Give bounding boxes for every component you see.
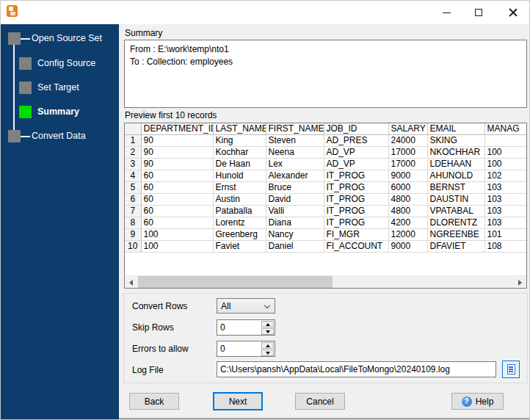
table-cell: Hunold [213, 170, 266, 181]
step-connector-vertical-line [13, 45, 15, 131]
table-cell: Pataballa [213, 205, 266, 217]
table-cell: Austin [213, 193, 266, 205]
app-icon-arrow-glyph [10, 12, 15, 15]
row-number-cell: 5 [125, 181, 141, 193]
table-cell: 17000 [388, 158, 427, 170]
log-file-browse-button[interactable] [502, 361, 520, 378]
table-cell: 108 [484, 240, 526, 252]
table-row: 560ErnstBruceIT_PROG6000BERNST103 [125, 181, 526, 193]
step-label: Config Source [37, 58, 95, 68]
table-cell: 12000 [388, 228, 427, 240]
table-cell: 6000 [388, 181, 427, 193]
step-label: Summary [37, 106, 79, 117]
arrow-up-icon [266, 344, 270, 347]
column-header: LAST_NAME [213, 123, 266, 134]
table-cell: Daniel [266, 240, 324, 252]
table-cell: Diana [266, 217, 324, 228]
errors-to-allow-spinner[interactable]: 0 [217, 341, 275, 357]
table-cell: 101 [484, 228, 526, 240]
table-cell: 60 [141, 181, 213, 193]
options-group: Convert Rows All Skip Rows 0 Errors to a… [123, 293, 528, 383]
back-button[interactable]: Back [129, 393, 179, 410]
table-cell: BERNST [427, 181, 484, 193]
table-cell: Lex [266, 158, 324, 170]
chevron-left-icon [129, 280, 133, 286]
arrow-down-icon [266, 330, 270, 333]
table-cell: Lorentz [213, 217, 266, 228]
column-header: DEPARTMENT_ID [141, 123, 213, 134]
minimize-icon [443, 12, 451, 13]
cancel-button[interactable]: Cancel [295, 393, 345, 410]
summary-to-line: To : Collection: employees [130, 56, 521, 68]
table-cell: 103 [484, 205, 526, 217]
table-cell: 102 [484, 170, 526, 181]
table-cell: NKOCHHAR [427, 146, 484, 158]
table-cell: DAUSTIN [427, 193, 484, 205]
table-cell: 90 [141, 158, 213, 170]
table-cell: 90 [141, 146, 213, 158]
help-button[interactable]: ? Help [451, 393, 504, 410]
row-number-cell: 9 [125, 228, 141, 240]
scroll-right-button[interactable] [514, 276, 526, 289]
row-number-cell: 8 [125, 217, 141, 228]
help-button-label: Help [476, 397, 494, 407]
table-row: 190KingStevenAD_PRES24000SKING [125, 134, 526, 146]
table-cell: 103 [484, 217, 526, 228]
table-cell: FI_ACCOUNT [324, 240, 388, 252]
skip-rows-up-button[interactable] [261, 321, 274, 327]
convert-rows-select[interactable]: All [217, 298, 275, 314]
table-cell: 100 [484, 146, 526, 158]
table-row: 860LorentzDianaIT_PROG4200DLORENTZ103 [125, 217, 526, 228]
table-cell: 9000 [388, 170, 427, 181]
wizard-steps-sidebar: Open Source SetConfig SourceSet TargetSu… [1, 24, 119, 420]
scroll-left-button[interactable] [125, 276, 137, 289]
table-cell: IT_PROG [324, 217, 388, 228]
row-number-cell: 3 [125, 158, 141, 170]
skip-rows-down-button[interactable] [261, 328, 274, 335]
log-file-input[interactable] [217, 361, 496, 377]
table-row: 660AustinDavidIT_PROG4800DAUSTIN103 [125, 193, 526, 205]
table-cell: 103 [484, 181, 526, 193]
preview-table: DEPARTMENT_IDLAST_NAMEFIRST_NAMEJOB_IDSA… [124, 123, 527, 289]
table-row: 290KochharNeenaAD_VP17000NKOCHHAR100 [125, 146, 526, 158]
maximize-button[interactable] [471, 5, 488, 20]
table-cell: 60 [141, 170, 213, 181]
table-cell: IT_PROG [324, 205, 388, 217]
horizontal-scrollbar[interactable] [125, 275, 526, 288]
step-marker-square [19, 106, 32, 118]
table-cell: Greenberg [213, 228, 266, 240]
app-icon [7, 5, 18, 17]
table-cell: 4800 [388, 193, 427, 205]
table-cell [484, 134, 526, 146]
table-cell: LDEHAAN [427, 158, 484, 170]
table-cell: Kochhar [213, 146, 266, 158]
table-cell: Valli [266, 205, 324, 217]
scrollbar-thumb[interactable] [138, 276, 333, 289]
table-cell: IT_PROG [324, 193, 388, 205]
errors-to-allow-label: Errors to allow [132, 344, 189, 354]
table-cell: 17000 [388, 146, 427, 158]
convert-rows-value: All [221, 301, 230, 311]
close-button[interactable] [504, 5, 522, 20]
minimize-button[interactable] [438, 5, 456, 20]
errors-to-allow-value[interactable]: 0 [220, 344, 225, 354]
table-cell: VPATABAL [427, 205, 484, 217]
skip-rows-value[interactable]: 0 [220, 322, 225, 333]
table-cell: 4800 [388, 205, 427, 217]
preview-section-label: Preview first 10 records [125, 110, 217, 120]
table-row: 460HunoldAlexanderIT_PROG9000AHUNOLD102 [125, 170, 526, 181]
column-header [125, 123, 141, 134]
table-row: 390De HaanLexAD_VP17000LDEHAAN100 [125, 158, 526, 170]
row-number-cell: 7 [125, 205, 141, 217]
errors-up-button[interactable] [261, 342, 274, 349]
step-marker-square [19, 82, 32, 94]
table-header-row: DEPARTMENT_IDLAST_NAMEFIRST_NAMEJOB_IDSA… [125, 123, 526, 134]
table-cell: King [213, 134, 266, 146]
next-button[interactable]: Next [213, 392, 263, 410]
row-number-cell: 4 [125, 170, 141, 181]
step-label: Open Source Set [32, 33, 102, 43]
table-cell: 60 [141, 193, 213, 205]
errors-down-button[interactable] [261, 350, 274, 356]
skip-rows-spinner[interactable]: 0 [217, 319, 275, 336]
row-number-cell: 1 [125, 134, 141, 146]
